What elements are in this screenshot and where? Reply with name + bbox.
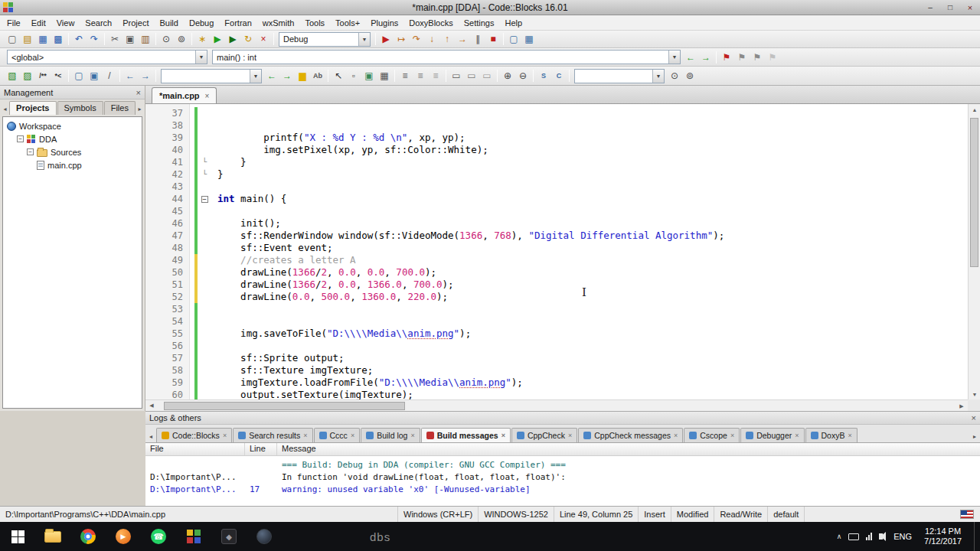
step-out-icon[interactable]: ↑	[439, 32, 455, 47]
code-line[interactable]: 46 init();	[145, 217, 968, 230]
align-left-icon[interactable]: ≡	[397, 69, 413, 83]
editor-tab-close-icon[interactable]: ×	[205, 92, 210, 100]
code-line[interactable]: 59 imgTexture.loadFromFile("D:\\\\Media\…	[145, 377, 968, 389]
selection-box-icon[interactable]: ▫	[346, 69, 361, 83]
code-line[interactable]: 54	[145, 315, 968, 328]
log-tab-cccc[interactable]: Cccc×	[314, 428, 361, 442]
title-bar[interactable]: *main.cpp [DDA] - Code::Blocks 16.01 – □…	[0, 0, 980, 15]
menu-edit[interactable]: Edit	[26, 17, 51, 29]
prev-bookmark-icon[interactable]: ⚑	[734, 50, 750, 64]
code-line[interactable]: 37	[145, 107, 968, 119]
code-line[interactable]: 55 img.saveToFile("D:\\\\Media\\anim.png…	[145, 328, 968, 340]
menu-tools[interactable]: Tools	[299, 17, 330, 29]
next-instruction-icon[interactable]: →	[455, 32, 470, 47]
abort-build-icon[interactable]: ×	[256, 32, 271, 47]
vertical-scroll-thumb[interactable]	[970, 118, 978, 267]
goto-prev-function-icon[interactable]: ←	[683, 50, 698, 64]
build-message-row[interactable]: D:\Important\P...17warning: unused varia…	[145, 484, 980, 496]
log-tab-debugger[interactable]: Debugger×	[740, 428, 804, 442]
language-indicator[interactable]: ENG	[893, 532, 912, 541]
doxyblocks-extract-icon[interactable]: ▧	[5, 69, 20, 83]
management-close-icon[interactable]: ×	[136, 88, 141, 97]
logs-tabs-scroll-left-icon[interactable]: ◂	[146, 431, 155, 442]
align-center-icon[interactable]: ≡	[413, 69, 428, 83]
code-line[interactable]: 41└ }	[145, 156, 968, 168]
log-tab-cppcheck-messages[interactable]: CppCheck messages×	[578, 428, 683, 442]
code-line[interactable]: 52 drawLine(0.0, 500.0, 1360.0, 220.0);	[145, 291, 968, 303]
editor-vertical-scrollbar[interactable]: ▲ ▼	[968, 104, 980, 399]
tab-projects[interactable]: Projects	[9, 101, 56, 115]
log-tab-cscope-close-icon[interactable]: ×	[730, 432, 734, 439]
scroll-left-icon[interactable]: ◀	[145, 400, 158, 412]
function-select-dropdown-icon[interactable]: ▼	[668, 51, 680, 64]
log-tab-search-results[interactable]: Search results×	[233, 428, 312, 442]
menu-file[interactable]: File	[2, 17, 26, 29]
maximize-button[interactable]: □	[940, 2, 960, 14]
scroll-up-icon[interactable]: ▲	[969, 104, 980, 115]
hidden-icons-caret-icon[interactable]: ∧	[837, 533, 842, 540]
editor-tab-maincpp[interactable]: *main.cpp ×	[152, 87, 217, 103]
code-line[interactable]: 40 img.setPixel(xp, yp, sf::Color::White…	[145, 144, 968, 156]
fold-collapse-icon[interactable]: −	[201, 196, 208, 203]
paste-icon[interactable]: ▥	[138, 32, 153, 47]
highlight-all-icon[interactable]: ▆	[295, 69, 310, 83]
code-line[interactable]: 43	[145, 181, 968, 193]
management-tabs-scroll-right-icon[interactable]: ▸	[136, 103, 143, 115]
next-line-icon[interactable]: ↷	[409, 32, 424, 47]
zoom-in-icon[interactable]: ⊕	[500, 69, 515, 83]
shape-frame-icon[interactable]: ▭	[479, 69, 495, 83]
tree-project-dda-expander-icon[interactable]: −	[17, 135, 24, 142]
management-tabs-scroll-left-icon[interactable]: ◂	[2, 103, 8, 115]
wx-dialog-icon[interactable]: ▢	[71, 69, 87, 83]
code-line[interactable]: 39 printf("X : %d Y : %d \n", xp, yp);	[145, 132, 968, 144]
file-explorer-icon[interactable]	[35, 522, 70, 551]
menu-search[interactable]: Search	[80, 17, 117, 29]
scope-select-dropdown-icon[interactable]: ▼	[195, 51, 207, 64]
close-button[interactable]: ×	[960, 2, 980, 14]
tree-file-maincpp[interactable]: main.cpp	[3, 158, 142, 171]
search-combo-dropdown-icon[interactable]: ▼	[652, 70, 664, 83]
fold-margin[interactable]: −	[198, 193, 211, 205]
clock[interactable]: 12:14 PM 7/12/2017	[919, 527, 967, 546]
rebuild-icon[interactable]: ↻	[240, 32, 256, 47]
stop-debugger-icon[interactable]: ■	[485, 32, 501, 47]
code-line[interactable]: 49 //creates a letter A	[145, 254, 968, 266]
undo-icon[interactable]: ↶	[71, 32, 87, 47]
tab-symbols[interactable]: Symbols	[57, 101, 103, 115]
tree-project-dda[interactable]: −DDA	[3, 132, 142, 145]
goto-next-function-icon[interactable]: →	[698, 50, 714, 64]
menu-doxyblocks[interactable]: DoxyBlocks	[403, 17, 458, 29]
menu-fortran[interactable]: Fortran	[219, 17, 256, 29]
find-icon[interactable]: ⊙	[158, 32, 174, 47]
codeblocks-taskbar-icon[interactable]	[176, 522, 211, 551]
start-button[interactable]	[0, 522, 35, 551]
step-into-icon[interactable]: ↓	[424, 32, 439, 47]
code-line[interactable]: 48 sf::Event event;	[145, 242, 968, 254]
menu-view[interactable]: View	[51, 17, 80, 29]
cut-icon[interactable]: ✂	[107, 32, 122, 47]
toggle-bookmark-icon[interactable]: ⚑	[719, 50, 734, 64]
scroll-right-icon[interactable]: ▶	[956, 400, 968, 412]
menu-project[interactable]: Project	[117, 17, 154, 29]
build-and-run-icon[interactable]: ▶	[225, 32, 240, 47]
debugging-windows-icon[interactable]: ▢	[506, 32, 521, 47]
jump-back-icon[interactable]: ←	[122, 69, 138, 83]
incsearch-input-dropdown-icon[interactable]: ▼	[250, 70, 261, 83]
build-target-select-dropdown-icon[interactable]: ▼	[358, 33, 370, 46]
build-icon[interactable]: ∗	[194, 32, 210, 47]
log-tab-build-log[interactable]: Build log×	[361, 428, 420, 442]
scroll-down-icon[interactable]: ▼	[969, 389, 980, 399]
log-tab-cscope[interactable]: Cscope×	[684, 428, 740, 442]
touch-keyboard-icon[interactable]	[848, 533, 859, 540]
function-select[interactable]: main() : int▼	[212, 50, 681, 64]
log-tab-codeblocks-close-icon[interactable]: ×	[223, 432, 227, 439]
log-tab-cccc-close-icon[interactable]: ×	[351, 432, 354, 439]
log-tab-doxyblocks-close-icon[interactable]: ×	[848, 432, 851, 439]
search-prev-icon[interactable]: ←	[264, 69, 279, 83]
log-tab-codeblocks[interactable]: Code::Blocks×	[156, 428, 232, 442]
search-next-icon[interactable]: →	[279, 69, 295, 83]
log-tab-cppcheck-messages-close-icon[interactable]: ×	[674, 432, 678, 439]
tree-folder-sources[interactable]: −Sources	[3, 145, 142, 158]
code-line[interactable]: 51 drawLine(1366/2, 0.0, 1366.0, 700.0);	[145, 279, 968, 291]
volume-icon[interactable]	[879, 533, 883, 540]
